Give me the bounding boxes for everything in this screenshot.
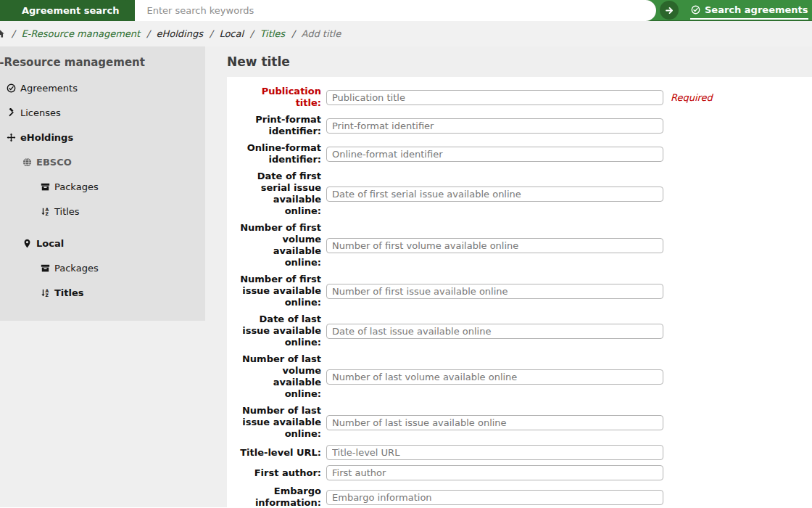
form-row-first-author: First author: [239,465,812,480]
sidebar-item-label: EBSCO [36,157,72,168]
keyword-search-input[interactable] [135,0,656,21]
sidebar-item-label: Licenses [20,107,61,118]
sidebar-item-local-6[interactable]: Local [0,231,205,255]
form-row-number-of-first-volume-available-online: Number of first volume available online: [239,222,812,269]
form-row-embargo-information: Embargo information: [239,486,812,507]
sidebar-item-eholdings-2[interactable]: eHoldings [0,125,205,149]
input-number-of-last-volume-available-online[interactable] [326,369,663,385]
globe-icon [22,157,32,167]
sort-alpha-icon: AZ [40,287,50,298]
sidebar-item-packages-4[interactable]: Packages [0,174,205,199]
form-row-online-format-identifier: Online-format identifier: [239,142,812,165]
breadcrumb-titles[interactable]: Titles [260,28,285,39]
breadcrumb-separator: / [250,28,253,39]
label-publication-title: Publication title: [239,86,321,109]
label-print-format-identifier: Print-format identifier: [239,114,321,137]
input-print-format-identifier[interactable] [326,118,663,134]
home-icon[interactable] [0,29,5,38]
sidebar-item-licenses-1[interactable]: Licenses [0,100,205,125]
input-online-format-identifier[interactable] [326,147,663,162]
input-embargo-information[interactable] [326,490,663,505]
arrows-move-icon [6,132,16,142]
sidebar-menu: AgreementsLicenseseHoldingsEBSCOPackages… [0,75,205,305]
form-row-number-of-last-volume-available-online: Number of last volume available online: [239,353,812,400]
box-archive-icon [40,263,50,273]
topbar-tab-label: Search agreements [705,4,808,15]
breadcrumb-separator: / [12,28,14,39]
form-row-publication-title: Publication title:Required [239,86,812,109]
input-date-of-first-serial-issue-available-online[interactable] [326,187,663,202]
erm-sidebar: E-Resource management AgreementsLicenses… [0,46,205,321]
sidebar-item-label: Local [36,238,64,249]
page-content: E-Resource management AgreementsLicenses… [0,46,812,507]
breadcrumb-add-title: Add title [302,28,341,39]
svg-text:Z: Z [45,292,49,298]
search-pill-group: Agreement search [0,0,656,21]
label-title-level-url: Title-level URL: [239,447,321,459]
input-date-of-last-issue-available-online[interactable] [326,324,663,339]
sort-alpha-icon: AZ [40,206,50,216]
sidebar-item-label: Agreements [20,83,78,94]
label-date-of-first-serial-issue-available-online: Date of first serial issue available onl… [239,171,321,217]
breadcrumb-e-resource-management[interactable]: E-Resource management [21,28,140,39]
topbar-tab-search-agreements[interactable]: Search agreements [690,2,808,20]
sidebar-item-ebsco-3[interactable]: EBSCO [0,149,205,174]
sidebar-item-agreements-0[interactable]: Agreements [0,75,205,100]
agreement-search-scope-button[interactable]: Agreement search [0,0,135,21]
sidebar-item-packages-7[interactable]: Packages [0,255,205,280]
sidebar-item-label: Titles [54,206,80,217]
topbar-search-tabs: Search agreementsSea [690,1,812,20]
check-circle-icon [6,83,16,93]
sidebar-item-label: Packages [54,181,99,192]
sidebar-item-titles-8[interactable]: AZTitles [0,280,205,305]
sidebar-heading: E-Resource management [0,56,205,69]
sidebar-item-titles-5[interactable]: AZTitles [0,199,205,224]
breadcrumb-eholdings: eHoldings [157,28,203,39]
label-number-of-last-volume-available-online: Number of last volume available online: [239,353,321,400]
submit-search-button[interactable] [660,1,679,20]
arrow-right-icon [664,5,674,15]
input-number-of-last-issue-available-online[interactable] [326,415,663,430]
input-first-author[interactable] [326,465,663,480]
input-publication-title[interactable] [326,90,663,105]
sidebar-item-label: Packages [54,263,99,274]
form-row-date-of-first-serial-issue-available-online: Date of first serial issue available onl… [239,171,812,217]
new-title-form: Publication title:RequiredPrint-format i… [227,77,812,507]
form-row-title-level-url: Title-level URL: [239,445,812,460]
breadcrumb-separator: / [210,28,212,39]
svg-text:Z: Z [45,211,49,216]
form-row-number-of-first-issue-available-online: Number of first issue available online: [239,274,812,308]
sidebar-item-label: Titles [54,287,84,298]
label-online-format-identifier: Online-format identifier: [239,142,321,165]
sidebar-item-label: eHoldings [20,132,73,143]
label-date-of-last-issue-available-online: Date of last issue available online: [239,314,321,348]
check-circle-icon [690,5,700,15]
location-pin-icon [22,238,32,248]
breadcrumb-separator: / [291,28,294,39]
breadcrumb: /E-Resource management/eHoldings/Local/T… [0,21,812,46]
form-row-date-of-last-issue-available-online: Date of last issue available online: [239,314,812,348]
box-archive-icon [40,181,50,192]
input-number-of-first-volume-available-online[interactable] [326,238,663,253]
gavel-icon [6,107,16,118]
label-number-of-last-issue-available-online: Number of last issue available online: [239,405,321,440]
breadcrumb-local: Local [219,28,244,39]
required-note: Required [671,92,713,103]
top-search-bar: Agreement search Search agreementsSea [0,0,812,21]
label-number-of-first-issue-available-online: Number of first issue available online: [239,274,321,308]
label-first-author: First author: [239,467,321,479]
input-title-level-url[interactable] [326,445,663,460]
page-title: New title [227,54,290,69]
form-row-number-of-last-issue-available-online: Number of last issue available online: [239,405,812,440]
breadcrumb-separator: / [146,28,149,39]
label-number-of-first-volume-available-online: Number of first volume available online: [239,222,321,269]
label-embargo-information: Embargo information: [239,486,321,507]
input-number-of-first-issue-available-online[interactable] [326,284,663,299]
form-row-print-format-identifier: Print-format identifier: [239,114,812,137]
